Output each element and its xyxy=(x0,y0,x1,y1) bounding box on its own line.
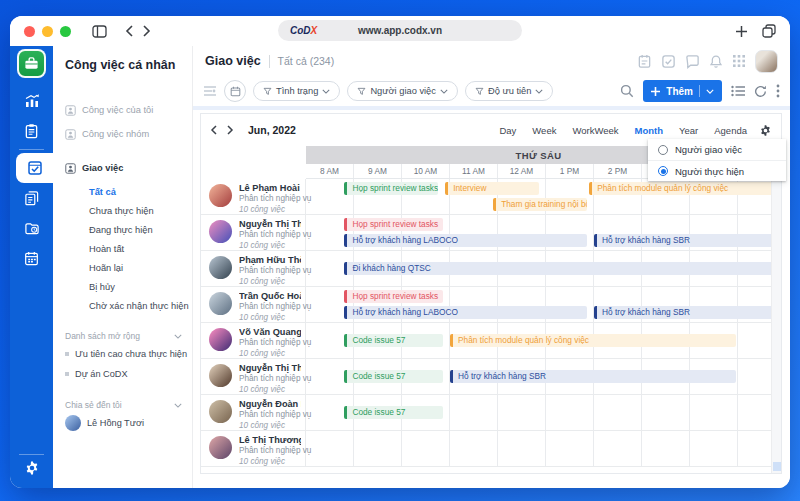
clipboard-icon[interactable] xyxy=(10,116,53,146)
calendar-icon[interactable] xyxy=(10,243,53,273)
view-tab-workweek[interactable]: WorkWeek xyxy=(564,125,626,136)
refresh-icon[interactable] xyxy=(754,85,767,98)
assignment-check-icon[interactable] xyxy=(16,153,53,183)
task-bar[interactable]: Interview xyxy=(445,182,539,195)
sidebar-item[interactable]: Công việc của tôi xyxy=(65,98,182,122)
sidebar-item-giao-viec[interactable]: Giao việc xyxy=(65,156,182,180)
person-row: Nguyễn Thị Thu GiangPhân tích nghiệp vụ1… xyxy=(201,359,771,395)
person-cell[interactable]: Võ Văn QuangPhân tích nghiệp vụ10 công v… xyxy=(201,323,306,358)
filter-chip[interactable]: Độ ưu tiên xyxy=(465,81,553,101)
chat-icon[interactable] xyxy=(685,54,700,69)
task-bar[interactable]: Hỗ trợ khách hàng LABOCO xyxy=(344,234,587,247)
sidebar-item[interactable]: Công việc nhóm xyxy=(65,122,182,146)
task-bar[interactable]: Hỗ trợ khách hàng SBR xyxy=(594,306,771,319)
task-bar[interactable]: Họp sprint review tasks xyxy=(344,182,438,195)
task-bar[interactable]: Code issue 57 xyxy=(344,406,443,419)
documents-icon[interactable] xyxy=(10,183,53,213)
radio-icon[interactable] xyxy=(658,145,668,155)
back-icon[interactable] xyxy=(125,25,133,37)
chevron-down-icon[interactable] xyxy=(706,89,714,94)
kebab-menu-icon[interactable] xyxy=(776,84,780,98)
radio-icon[interactable] xyxy=(658,166,668,176)
list-view-icon[interactable] xyxy=(731,85,745,97)
next-period-button[interactable] xyxy=(227,125,234,135)
tab-overview-icon[interactable] xyxy=(762,24,776,38)
task-bar[interactable]: Code issue 57 xyxy=(344,370,443,383)
sidebar-section-item[interactable]: Dự án CoDX xyxy=(65,364,182,384)
timeline: Họp sprint review tasksHỗ trợ khách hàng… xyxy=(306,215,771,250)
person-cell[interactable]: Nguyễn Thị Thu HàPhân tích nghiệp vụ10 c… xyxy=(201,215,306,250)
sidebar-toggle-icon[interactable] xyxy=(92,25,107,38)
time-label: 12 AM xyxy=(498,164,546,178)
person-cell[interactable]: Lê Thị ThươngPhân tích nghiệp vụ10 công … xyxy=(201,431,306,466)
gear-icon[interactable] xyxy=(10,458,53,488)
close-window-button[interactable] xyxy=(24,26,35,37)
person-cell[interactable]: Lê Phạm Hoài ThươngPhân tích nghiệp vụ10… xyxy=(201,179,306,214)
person-row: Trần Quốc HoànPhân tích nghiệp vụ10 công… xyxy=(201,287,771,323)
sidebar-filter-item[interactable]: Chưa thực hiện xyxy=(89,201,182,220)
scheduler-settings-gear-icon[interactable] xyxy=(759,124,772,137)
bell-icon[interactable] xyxy=(709,54,723,69)
checkbox-icon[interactable] xyxy=(661,54,676,69)
briefcase-app-icon[interactable] xyxy=(17,49,46,78)
view-tab-agenda[interactable]: Agenda xyxy=(706,125,755,136)
task-bar[interactable]: Hỗ trợ khách hàng LABOCO xyxy=(344,306,587,319)
view-tab-year[interactable]: Year xyxy=(671,125,706,136)
sidebar-section-header[interactable]: Chia sẻ đến tôi xyxy=(65,397,182,413)
task-bar[interactable]: Hỗ trợ khách hàng SBR xyxy=(450,370,736,383)
user-avatar[interactable] xyxy=(755,50,778,73)
sidebar-filter-item[interactable]: Đang thực hiện xyxy=(89,220,182,239)
sidebar-filter-item[interactable]: Chờ xác nhận thực hiện xyxy=(89,296,182,315)
calendar-circle-icon[interactable] xyxy=(224,80,246,102)
sidebar-filter-item[interactable]: Tất cả xyxy=(89,182,182,201)
address-bar[interactable]: CoDX www.app.codx.vn xyxy=(278,20,522,41)
apps-grid-icon[interactable] xyxy=(732,54,746,68)
view-tab-month[interactable]: Month xyxy=(627,125,672,136)
density-icon[interactable] xyxy=(203,85,217,97)
task-bar[interactable]: Họp sprint review tasks xyxy=(344,218,443,231)
sidebar-filter-item[interactable]: Hoãn lại xyxy=(89,258,182,277)
person-cell[interactable]: Nguyễn Thị Thu GiangPhân tích nghiệp vụ1… xyxy=(201,359,306,394)
person-cell[interactable]: Nguyễn Đoàn Hoàng TrúcPhân tích nghiệp v… xyxy=(201,395,306,430)
task-bar[interactable]: Họp sprint review tasks xyxy=(344,290,443,303)
notebook-icon[interactable] xyxy=(637,54,652,69)
filter-chip[interactable]: Người giao việc xyxy=(347,81,458,101)
group-by-option[interactable]: Người giao việc xyxy=(648,139,786,160)
search-icon[interactable] xyxy=(620,84,634,98)
view-tab-week[interactable]: Week xyxy=(524,125,564,136)
task-bar[interactable]: Đi khách hàng QTSC xyxy=(344,262,771,275)
sidebar-filter-item[interactable]: Hoàn tất xyxy=(89,239,182,258)
person-cell[interactable]: Trần Quốc HoànPhân tích nghiệp vụ10 công… xyxy=(201,287,306,322)
task-bar[interactable]: Tham gia training nội bộ xyxy=(493,198,587,211)
person-cell[interactable]: Phạm Hữu ThờiPhân tích nghiệp vụ10 công … xyxy=(201,251,306,286)
person-task-count: 10 công việc xyxy=(239,385,301,394)
chevron-down-icon xyxy=(174,334,182,339)
prev-period-button[interactable] xyxy=(210,125,217,135)
period-label: Jun, 2022 xyxy=(248,124,296,136)
chart-icon[interactable] xyxy=(10,86,53,116)
zoom-window-button[interactable] xyxy=(60,26,71,37)
add-button[interactable]: Thêm xyxy=(643,80,722,102)
minimize-window-button[interactable] xyxy=(42,26,53,37)
forward-icon[interactable] xyxy=(143,25,151,37)
section-subtitle: Tất cả (234) xyxy=(278,55,335,67)
folder-clock-icon[interactable] xyxy=(10,213,53,243)
scrollbar-track[interactable] xyxy=(771,146,781,473)
view-tab-day[interactable]: Day xyxy=(491,125,524,136)
task-bar[interactable]: Code issue 57 xyxy=(344,334,443,347)
group-by-option-label: Người giao việc xyxy=(675,144,742,155)
timeline-lane: Họp sprint review tasks xyxy=(306,218,771,232)
new-tab-icon[interactable] xyxy=(735,25,748,38)
filter-chip-label: Người giao việc xyxy=(370,86,436,96)
sidebar-section-header[interactable]: Danh sách mở rộng xyxy=(65,328,182,344)
task-bar[interactable]: Hỗ trợ khách hàng SBR xyxy=(594,234,771,247)
filter-chip[interactable]: Tình trạng xyxy=(253,81,340,101)
sidebar-section-item[interactable]: Ưu tiên cao chưa thực hiện xyxy=(65,344,182,364)
group-by-option[interactable]: Người thực hiện xyxy=(648,160,786,181)
sidebar-section: Chia sẻ đến tôiLê Hồng Tươi xyxy=(65,397,182,433)
task-bar[interactable]: Phân tích module quản lý công việc xyxy=(450,334,736,347)
sidebar-filter-item[interactable]: Bị hủy xyxy=(89,277,182,296)
sidebar-section-item[interactable]: Lê Hồng Tươi xyxy=(65,413,182,433)
scrollbar-thumb[interactable] xyxy=(773,462,781,471)
task-bar[interactable]: Phân tích module quản lý công việc xyxy=(589,182,771,195)
